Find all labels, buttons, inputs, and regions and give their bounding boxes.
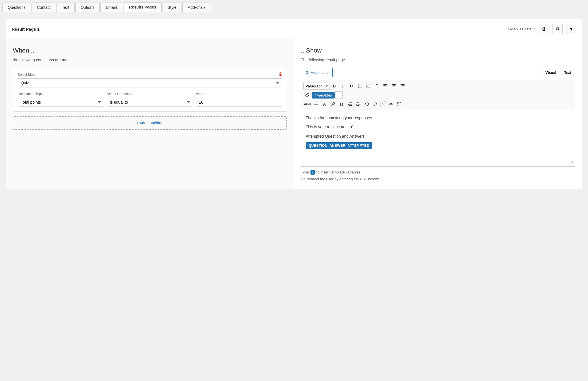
svg-text:3.: 3.: [366, 86, 368, 88]
copy-icon: ⧉: [556, 26, 559, 32]
resize-handle[interactable]: ⤡: [570, 159, 574, 165]
italic-button[interactable]: I: [339, 82, 347, 90]
svg-rect-22: [349, 102, 352, 103]
underline-button[interactable]: U: [347, 82, 355, 90]
card-body: When... the following conditions are met…: [6, 39, 582, 189]
hr-button[interactable]: —: [312, 100, 320, 108]
add-condition-button[interactable]: + Add condition: [13, 116, 287, 130]
bold-button[interactable]: B: [330, 82, 338, 90]
align-left-button[interactable]: [381, 82, 389, 90]
source-code-button[interactable]: <>: [387, 100, 395, 108]
select-mode-section: Select Mode Quiz Survey Assessment: [18, 73, 282, 87]
visual-tab[interactable]: Visual: [541, 69, 560, 76]
svg-rect-12: [383, 84, 387, 85]
svg-rect-11: [368, 87, 370, 87]
clear-format-button[interactable]: [329, 100, 337, 108]
undo-button[interactable]: [363, 100, 371, 108]
paragraph-select[interactable]: Paragraph Heading 1 Heading 2: [303, 83, 330, 90]
svg-rect-18: [401, 84, 404, 85]
svg-marker-27: [356, 104, 357, 105]
slash-badge: /: [310, 170, 315, 175]
svg-rect-13: [383, 85, 386, 86]
show-subtext: The following result page.: [301, 58, 575, 62]
mark-default-label[interactable]: Mark as default: [510, 27, 535, 31]
condition-box: 🗑 Select Mode Quiz Survey Assessment: [13, 68, 287, 112]
indent-increase-button[interactable]: [355, 100, 362, 108]
template-hint-suffix: to insert template variables: [316, 170, 360, 174]
link-button[interactable]: [303, 91, 311, 99]
svg-rect-17: [392, 87, 396, 87]
value-input[interactable]: [196, 98, 282, 107]
tab-addons[interactable]: Add-ons ▾: [182, 3, 211, 12]
help-button[interactable]: ?: [380, 101, 386, 107]
card-header-actions: Mark as default 🗑 ⧉ ▾: [504, 24, 576, 34]
omega-button[interactable]: Ω: [337, 100, 345, 108]
delete-condition-button[interactable]: 🗑: [278, 72, 283, 78]
toolbar-row-1: Paragraph Heading 1 Heading 2 B I U 1.2.…: [303, 82, 573, 90]
blockquote-button[interactable]: ": [373, 82, 381, 90]
svg-marker-23: [348, 104, 349, 105]
tab-results-pages[interactable]: Results Pages: [124, 2, 162, 12]
select-condition-label: Select Condition: [107, 92, 193, 96]
font-color-button[interactable]: A: [320, 100, 328, 108]
svg-point-4: [358, 87, 359, 88]
numbered-list-button[interactable]: 1.2.3.: [364, 82, 372, 90]
select-mode-label: Select Mode: [18, 73, 282, 77]
select-condition-dropdown[interactable]: is equal to is greater than is less than: [107, 98, 193, 107]
tab-text[interactable]: Text: [57, 3, 75, 12]
duplicate-page-button[interactable]: ⧉: [552, 24, 563, 34]
toolbar-row-3: ABC — A Ω: [303, 100, 573, 108]
collapse-page-button[interactable]: ▾: [566, 24, 576, 34]
tab-bar: Questions Contact Text Options Emails Re…: [0, 0, 588, 12]
chevron-down-icon: ▾: [570, 26, 572, 32]
text-tab[interactable]: Text: [560, 69, 575, 76]
svg-rect-15: [392, 84, 396, 85]
bullet-list-button[interactable]: [356, 82, 364, 90]
visual-text-tabs: Visual Text: [541, 69, 575, 76]
mark-default-wrapper: Mark as default: [504, 27, 535, 31]
redirect-hint: Or, redirect the user by entering the UR…: [301, 177, 575, 181]
delete-page-button[interactable]: 🗑: [539, 24, 549, 34]
indent-decrease-button[interactable]: [346, 100, 354, 108]
svg-rect-5: [359, 87, 362, 87]
align-right-button[interactable]: [399, 82, 406, 90]
svg-point-21: [333, 102, 335, 104]
svg-rect-24: [349, 104, 352, 104]
editor-header: ⚙ Add media Visual Text: [301, 68, 575, 77]
show-panel: ...Show The following result page. ⚙ Add…: [294, 39, 582, 189]
color-box-button[interactable]: [335, 91, 343, 99]
select-mode-dropdown[interactable]: Quiz Survey Assessment: [18, 78, 282, 87]
template-hint: Type / to insert template variables: [301, 170, 575, 175]
tab-questions[interactable]: Questions: [2, 3, 31, 12]
content-qa-tag-wrapper: QUESTION_ANSWER_ATTEMPTED: [306, 142, 570, 149]
qa-tag: QUESTION_ANSWER_ATTEMPTED: [306, 142, 372, 149]
calculation-type-dropdown[interactable]: Total points Percentage Average: [18, 98, 104, 107]
card-header: Result Page 1 Mark as default 🗑 ⧉ ▾: [6, 19, 582, 39]
strikethrough-button[interactable]: ABC: [303, 100, 311, 108]
mark-default-checkbox[interactable]: [504, 27, 508, 31]
redo-button[interactable]: [372, 100, 380, 108]
tab-style[interactable]: Style: [162, 3, 182, 12]
svg-point-0: [358, 85, 359, 85]
editor-content[interactable]: Thanks for submitting your responses. Th…: [301, 110, 575, 167]
svg-rect-1: [359, 85, 362, 85]
tab-contact[interactable]: Contact: [32, 3, 56, 12]
when-heading: When...: [13, 47, 287, 54]
svg-rect-20: [401, 87, 404, 87]
tab-options[interactable]: Options: [75, 3, 100, 12]
when-subtext: the following conditions are met...: [13, 58, 287, 62]
svg-rect-19: [402, 85, 404, 86]
editor-toolbar: Paragraph Heading 1 Heading 2 B I U 1.2.…: [301, 80, 575, 110]
variables-button[interactable]: / Variables: [312, 92, 335, 99]
svg-rect-25: [349, 105, 352, 106]
svg-rect-16: [393, 85, 395, 86]
content-line1: Thanks for submitting your responses.: [306, 115, 570, 121]
add-media-button[interactable]: ⚙ Add media: [301, 68, 333, 77]
svg-rect-28: [358, 104, 360, 104]
add-media-label: Add media: [311, 70, 328, 75]
condition-row: Calculation Type Total points Percentage…: [18, 92, 282, 107]
content-line2: This is your total score - 10: [306, 124, 570, 130]
tab-emails[interactable]: Emails: [100, 3, 123, 12]
fullscreen-button[interactable]: [395, 100, 403, 108]
align-center-button[interactable]: [390, 82, 398, 90]
